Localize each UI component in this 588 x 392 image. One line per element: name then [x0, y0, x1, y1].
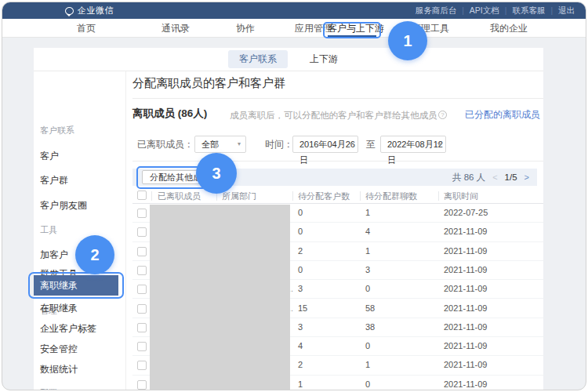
time-filter-label: 时间：: [265, 136, 293, 153]
pending-customers-value: 0: [298, 208, 303, 217]
top-link-logout[interactable]: 退出: [558, 5, 575, 16]
column-separator: [151, 191, 152, 201]
separator: |: [550, 6, 553, 15]
col-pending-groupchats: 待分配群聊数: [365, 191, 417, 202]
pending-customers-value: 4: [298, 341, 303, 350]
column-separator: [438, 191, 439, 201]
top-bar: 企业微信 服务商后台 | API文档 | 联系客服 | 退出: [2, 2, 586, 19]
pagination: 共 86 人 < 1/5 >: [452, 169, 529, 186]
annotation-step-2: 2: [75, 235, 114, 274]
page-title: 分配离职成员的客户和客户群: [132, 76, 285, 91]
departed-members-description: 成员离职后，可以分配他的客户和客户群给其他成员: [230, 110, 437, 122]
departed-filter-value: 全部: [201, 140, 219, 149]
wework-logo-icon: [65, 7, 74, 15]
departure-date-value: 2021-11-09: [444, 303, 487, 313]
sidebar-section-customer-contact: 客户联系: [40, 125, 118, 136]
departure-date-value: 2021-11-09: [444, 379, 487, 389]
sidebar-item-onjob-inheritance[interactable]: 在职继承: [40, 302, 118, 315]
annotation-box-resignation-item: [28, 272, 124, 299]
pending-groupchats-value: 0: [365, 379, 370, 389]
top-link-contact-support[interactable]: 联系客服: [512, 5, 545, 16]
pending-customers-value: 1: [298, 379, 303, 389]
pending-customers-value: 3: [298, 322, 303, 332]
row-checkbox[interactable]: [137, 285, 147, 294]
annotation-box-nav-customers: [323, 22, 381, 38]
nav-my-company[interactable]: 我的企业: [490, 19, 528, 38]
page-indicator: 1/5: [505, 172, 517, 182]
divider: [132, 161, 543, 162]
total-count: 共 86 人: [452, 172, 485, 183]
row-checkbox[interactable]: [137, 266, 147, 275]
nav-contacts[interactable]: 通讯录: [162, 19, 190, 38]
pending-groupchats-value: 4: [365, 227, 370, 236]
col-departed-member: 已离职成员: [158, 191, 201, 202]
row-checkbox[interactable]: [137, 247, 147, 256]
time-from-select[interactable]: 2016年04月26日 ▾: [292, 136, 358, 153]
row-checkbox[interactable]: [137, 361, 147, 370]
prev-page-icon[interactable]: <: [492, 172, 497, 182]
departure-date-value: 2021-11-09: [444, 246, 487, 256]
info-icon[interactable]: ?: [438, 111, 447, 119]
col-departure-date: 离职时间: [444, 191, 478, 202]
sidebar-item-customers[interactable]: 客户: [40, 150, 118, 163]
pending-customers-value: 15: [298, 303, 307, 313]
pending-groupchats-value: 3: [365, 265, 370, 274]
sidebar-item-customer-tags[interactable]: 企业客户标签: [40, 322, 118, 336]
departure-date-value: 2022-07-25: [444, 208, 488, 217]
sidebar-section-config-clipped: 配置: [40, 387, 118, 390]
departed-members-heading: 离职成员 (86人): [132, 107, 207, 121]
annotation-step-1: 1: [388, 21, 427, 60]
col-department: 所属部门: [222, 191, 256, 202]
departure-date-value: 2021-11-09: [444, 322, 487, 332]
to-label: 至: [366, 136, 376, 153]
separator: |: [462, 6, 464, 15]
row-checkbox[interactable]: [137, 342, 147, 351]
sidebar-item-security-control[interactable]: 安全管控: [40, 343, 118, 356]
pending-groupchats-value: 0: [365, 284, 370, 293]
select-all-checkbox[interactable]: [137, 191, 147, 200]
departure-date-value: 2021-11-09: [444, 341, 487, 350]
content-card: 客户联系 上下游 客户联系 客户 客户群 客户朋友圈 工具 加客户 群发工具 聊…: [34, 48, 543, 390]
row-checkbox[interactable]: [137, 323, 147, 332]
pending-groupchats-value: 0: [365, 341, 370, 350]
top-links: 服务商后台 | API文档 | 联系客服 | 退出: [416, 2, 575, 19]
sidebar-divider: [125, 71, 126, 390]
next-page-icon[interactable]: >: [524, 172, 529, 182]
row-checkbox[interactable]: [137, 227, 147, 237]
tab-customer-contact[interactable]: 客户联系: [228, 50, 288, 68]
brand-name: 企业微信: [78, 5, 114, 16]
chevron-down-icon: ▾: [238, 136, 241, 152]
row-checkbox[interactable]: [137, 209, 147, 218]
subtab-bar: 客户联系 上下游: [34, 48, 543, 71]
pending-customers-value: 2: [298, 246, 303, 256]
assigned-members-link[interactable]: 已分配的离职成员: [465, 108, 540, 122]
primary-nav: 首页 通讯录 协作 应用管理 客户与上下游 管理工具 我的企业: [2, 19, 586, 38]
sidebar-item-data-statistics[interactable]: 数据统计: [40, 363, 118, 376]
separator: |: [505, 6, 507, 15]
departure-date-value: 2021-11-09: [444, 227, 487, 236]
time-to-select[interactable]: 2022年08月12日 ▾: [380, 136, 446, 153]
column-separator: [292, 191, 293, 201]
annotation-step-3: 3: [196, 153, 237, 194]
table-header: 已离职成员 所属部门 待分配客户数 待分配群聊数 离职时间: [132, 188, 543, 204]
pending-groupchats-value: 1: [365, 360, 370, 369]
nav-collaboration[interactable]: 协作: [236, 19, 255, 38]
sidebar-item-customer-groups[interactable]: 客户群: [40, 174, 118, 187]
chevron-down-icon: ▾: [437, 136, 441, 152]
row-checkbox[interactable]: [137, 380, 147, 390]
sidebar-item-customer-moments[interactable]: 客户朋友圈: [40, 199, 118, 212]
col-pending-customers: 待分配客户数: [298, 191, 350, 202]
screenshot-root: 企业微信 服务商后台 | API文档 | 联系客服 | 退出 首页 通讯录 协作…: [0, 0, 588, 392]
row-checkbox[interactable]: [137, 304, 147, 314]
top-link-provider[interactable]: 服务商后台: [416, 5, 457, 16]
pending-customers-value: 3: [298, 284, 303, 293]
sidebar-section-tools: 工具: [40, 224, 118, 236]
departed-filter-select[interactable]: 全部 ▾: [194, 136, 246, 153]
departure-date-value: 2021-11-09: [444, 284, 487, 293]
nav-home[interactable]: 首页: [77, 19, 96, 38]
departure-date-value: 2021-11-09: [444, 265, 487, 274]
tab-updownstream[interactable]: 上下游: [299, 50, 349, 68]
departure-date-value: 2021-11-09: [444, 360, 487, 369]
top-link-api-docs[interactable]: API文档: [470, 5, 499, 16]
departed-filter-label: 已离职成员：: [137, 136, 194, 153]
